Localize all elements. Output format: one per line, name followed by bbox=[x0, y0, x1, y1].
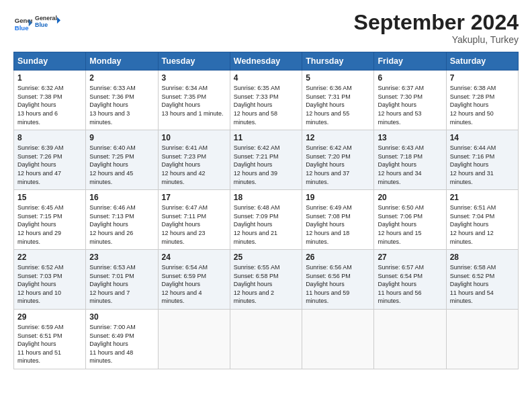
cell-info: Sunrise: 6:55 AMSunset: 6:58 PMDaylight … bbox=[234, 263, 298, 306]
svg-text:Blue: Blue bbox=[35, 21, 48, 28]
day-number: 29 bbox=[17, 312, 82, 322]
cell-info: Sunrise: 6:52 AMSunset: 7:03 PMDaylight … bbox=[17, 263, 82, 306]
calendar-table: SundayMondayTuesdayWednesdayThursdayFrid… bbox=[13, 52, 519, 369]
calendar-cell: 29Sunrise: 6:59 AMSunset: 6:51 PMDayligh… bbox=[14, 310, 86, 369]
day-number: 21 bbox=[450, 193, 515, 202]
calendar-cell: 3Sunrise: 6:34 AMSunset: 7:35 PMDaylight… bbox=[158, 71, 230, 130]
cell-info: Sunrise: 6:44 AMSunset: 7:16 PMDaylight … bbox=[450, 144, 515, 186]
cell-info: Sunrise: 6:46 AMSunset: 7:13 PMDaylight … bbox=[89, 203, 154, 246]
calendar-cell: 26Sunrise: 6:56 AMSunset: 6:56 PMDayligh… bbox=[302, 250, 374, 310]
cell-info: Sunrise: 6:35 AMSunset: 7:33 PMDaylight … bbox=[234, 84, 298, 126]
svg-text:Blue: Blue bbox=[15, 24, 29, 32]
day-number: 26 bbox=[306, 253, 370, 262]
calendar-cell: 28Sunrise: 6:58 AMSunset: 6:52 PMDayligh… bbox=[446, 250, 518, 310]
header-friday: Friday bbox=[374, 52, 446, 71]
calendar-cell: 10Sunrise: 6:41 AMSunset: 7:23 PMDayligh… bbox=[158, 130, 230, 190]
calendar-cell: 9Sunrise: 6:40 AMSunset: 7:25 PMDaylight… bbox=[86, 130, 158, 190]
cell-info: Sunrise: 6:51 AMSunset: 7:04 PMDaylight … bbox=[450, 203, 515, 246]
day-number: 14 bbox=[450, 133, 515, 142]
calendar-cell: 27Sunrise: 6:57 AMSunset: 6:54 PMDayligh… bbox=[374, 250, 446, 310]
day-number: 4 bbox=[234, 73, 298, 83]
svg-marker-5 bbox=[57, 17, 60, 24]
cell-info: Sunrise: 6:54 AMSunset: 6:59 PMDaylight … bbox=[162, 263, 226, 306]
calendar-header-row: SundayMondayTuesdayWednesdayThursdayFrid… bbox=[14, 52, 519, 71]
cell-info: Sunrise: 6:42 AMSunset: 7:20 PMDaylight … bbox=[306, 144, 370, 186]
calendar-cell bbox=[158, 310, 230, 369]
cell-info: Sunrise: 6:47 AMSunset: 7:11 PMDaylight … bbox=[162, 203, 226, 246]
calendar-cell bbox=[374, 310, 446, 369]
calendar-cell: 18Sunrise: 6:48 AMSunset: 7:09 PMDayligh… bbox=[230, 190, 302, 250]
calendar-cell: 17Sunrise: 6:47 AMSunset: 7:11 PMDayligh… bbox=[158, 190, 230, 250]
day-number: 5 bbox=[306, 73, 370, 83]
cell-info: Sunrise: 6:38 AMSunset: 7:28 PMDaylight … bbox=[450, 84, 515, 126]
cell-info: Sunrise: 6:50 AMSunset: 7:06 PMDaylight … bbox=[378, 203, 442, 246]
calendar-cell: 11Sunrise: 6:42 AMSunset: 7:21 PMDayligh… bbox=[230, 130, 302, 190]
day-number: 9 bbox=[89, 133, 154, 142]
day-number: 24 bbox=[162, 253, 226, 262]
day-number: 12 bbox=[306, 133, 370, 142]
header-sunday: Sunday bbox=[14, 52, 86, 71]
calendar-cell: 20Sunrise: 6:50 AMSunset: 7:06 PMDayligh… bbox=[374, 190, 446, 250]
calendar-cell: 5Sunrise: 6:36 AMSunset: 7:31 PMDaylight… bbox=[302, 71, 374, 130]
cell-info: Sunrise: 6:43 AMSunset: 7:18 PMDaylight … bbox=[378, 144, 442, 186]
day-number: 15 bbox=[17, 193, 82, 202]
cell-info: Sunrise: 6:40 AMSunset: 7:25 PMDaylight … bbox=[89, 144, 154, 186]
day-number: 13 bbox=[378, 133, 442, 142]
cell-info: Sunrise: 6:59 AMSunset: 6:51 PMDaylight … bbox=[17, 323, 82, 365]
calendar-cell: 23Sunrise: 6:53 AMSunset: 7:01 PMDayligh… bbox=[86, 250, 158, 310]
day-number: 11 bbox=[234, 133, 298, 142]
calendar-cell: 1Sunrise: 6:32 AMSunset: 7:38 PMDaylight… bbox=[14, 71, 86, 130]
week-row-3: 15Sunrise: 6:45 AMSunset: 7:15 PMDayligh… bbox=[14, 190, 519, 250]
location-subtitle: Yakuplu, Turkey bbox=[354, 34, 519, 45]
day-number: 1 bbox=[17, 73, 82, 83]
day-number: 8 bbox=[17, 133, 82, 142]
day-number: 20 bbox=[378, 193, 442, 202]
cell-info: Sunrise: 6:49 AMSunset: 7:08 PMDaylight … bbox=[306, 203, 370, 246]
day-number: 16 bbox=[89, 193, 154, 202]
calendar-cell: 2Sunrise: 6:33 AMSunset: 7:36 PMDaylight… bbox=[86, 71, 158, 130]
header-monday: Monday bbox=[86, 52, 158, 71]
header-thursday: Thursday bbox=[302, 52, 374, 71]
header-wednesday: Wednesday bbox=[230, 52, 302, 71]
calendar-cell: 30Sunrise: 7:00 AMSunset: 6:49 PMDayligh… bbox=[86, 310, 158, 369]
day-number: 19 bbox=[306, 193, 370, 202]
day-number: 3 bbox=[162, 73, 226, 83]
calendar-cell: 25Sunrise: 6:55 AMSunset: 6:58 PMDayligh… bbox=[230, 250, 302, 310]
day-number: 10 bbox=[162, 133, 226, 142]
cell-info: Sunrise: 6:48 AMSunset: 7:09 PMDaylight … bbox=[234, 203, 298, 246]
cell-info: Sunrise: 6:34 AMSunset: 7:35 PMDaylight … bbox=[162, 84, 226, 118]
cell-info: Sunrise: 6:53 AMSunset: 7:01 PMDaylight … bbox=[89, 263, 154, 306]
calendar-cell: 8Sunrise: 6:39 AMSunset: 7:26 PMDaylight… bbox=[14, 130, 86, 190]
calendar-cell: 12Sunrise: 6:42 AMSunset: 7:20 PMDayligh… bbox=[302, 130, 374, 190]
week-row-4: 22Sunrise: 6:52 AMSunset: 7:03 PMDayligh… bbox=[14, 250, 519, 310]
title-block: September 2024 Yakuplu, Turkey bbox=[354, 11, 519, 45]
calendar-page: General Blue General Blue September 2024… bbox=[0, 0, 532, 411]
week-row-1: 1Sunrise: 6:32 AMSunset: 7:38 PMDaylight… bbox=[14, 71, 519, 130]
calendar-cell bbox=[446, 310, 518, 369]
cell-info: Sunrise: 6:39 AMSunset: 7:26 PMDaylight … bbox=[17, 144, 82, 186]
logo-icon: General Blue bbox=[13, 13, 32, 32]
day-number: 18 bbox=[234, 193, 298, 202]
cell-info: Sunrise: 6:57 AMSunset: 6:54 PMDaylight … bbox=[378, 263, 442, 306]
day-number: 25 bbox=[234, 253, 298, 262]
header-saturday: Saturday bbox=[446, 52, 518, 71]
calendar-cell bbox=[302, 310, 374, 369]
cell-info: Sunrise: 6:58 AMSunset: 6:52 PMDaylight … bbox=[450, 263, 515, 306]
cell-info: Sunrise: 6:36 AMSunset: 7:31 PMDaylight … bbox=[306, 84, 370, 126]
calendar-cell: 14Sunrise: 6:44 AMSunset: 7:16 PMDayligh… bbox=[446, 130, 518, 190]
day-number: 22 bbox=[17, 253, 82, 262]
day-number: 17 bbox=[162, 193, 226, 202]
svg-text:General: General bbox=[35, 15, 57, 21]
calendar-cell: 22Sunrise: 6:52 AMSunset: 7:03 PMDayligh… bbox=[14, 250, 86, 310]
cell-info: Sunrise: 6:32 AMSunset: 7:38 PMDaylight … bbox=[17, 84, 82, 126]
calendar-cell bbox=[230, 310, 302, 369]
week-row-5: 29Sunrise: 6:59 AMSunset: 6:51 PMDayligh… bbox=[14, 310, 519, 369]
day-number: 6 bbox=[378, 73, 442, 83]
generalblue-logo-svg: General Blue bbox=[35, 11, 60, 35]
logo: General Blue General Blue bbox=[13, 11, 60, 35]
day-number: 2 bbox=[89, 73, 154, 83]
calendar-cell: 24Sunrise: 6:54 AMSunset: 6:59 PMDayligh… bbox=[158, 250, 230, 310]
cell-info: Sunrise: 7:00 AMSunset: 6:49 PMDaylight … bbox=[89, 323, 154, 365]
calendar-cell: 4Sunrise: 6:35 AMSunset: 7:33 PMDaylight… bbox=[230, 71, 302, 130]
calendar-cell: 16Sunrise: 6:46 AMSunset: 7:13 PMDayligh… bbox=[86, 190, 158, 250]
